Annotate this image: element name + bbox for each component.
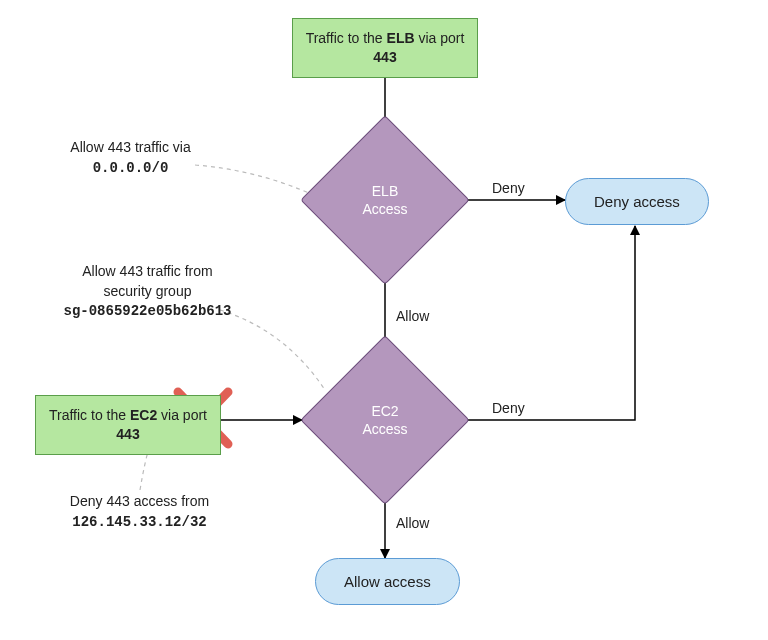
start-ec2-box: Traffic to the EC2 via port 443 [35,395,221,455]
terminal-deny: Deny access [565,178,709,225]
terminal-deny-label: Deny access [594,193,680,210]
arrow-ec2-to-deny [468,226,635,420]
decision-ec2: EC2Access [325,360,445,480]
start-elb-box: Traffic to the ELB via port 443 [292,18,478,78]
edge-label-elb-deny: Deny [490,180,527,196]
annotation-deny-rule: Deny 443 access from 126.145.33.12/32 [32,492,247,532]
edge-label-ec2-allow: Allow [394,515,431,531]
annotation-elb-rule: Allow 443 traffic via 0.0.0.0/0 [48,138,213,178]
annotation-ec2-rule: Allow 443 traffic from security group sg… [35,262,260,322]
start-ec2-text: Traffic to the EC2 via port 443 [49,407,207,442]
edge-label-ec2-deny: Deny [490,400,527,416]
start-elb-text: Traffic to the ELB via port 443 [306,30,465,65]
dashed-ann-elb [195,165,320,198]
dashed-ann-ec2 [220,310,325,390]
edge-label-elb-allow: Allow [394,308,431,324]
decision-elb: ELBAccess [325,140,445,260]
terminal-allow-label: Allow access [344,573,431,590]
terminal-allow: Allow access [315,558,460,605]
decision-ec2-label: EC2Access [325,360,445,480]
decision-elb-label: ELBAccess [325,140,445,260]
